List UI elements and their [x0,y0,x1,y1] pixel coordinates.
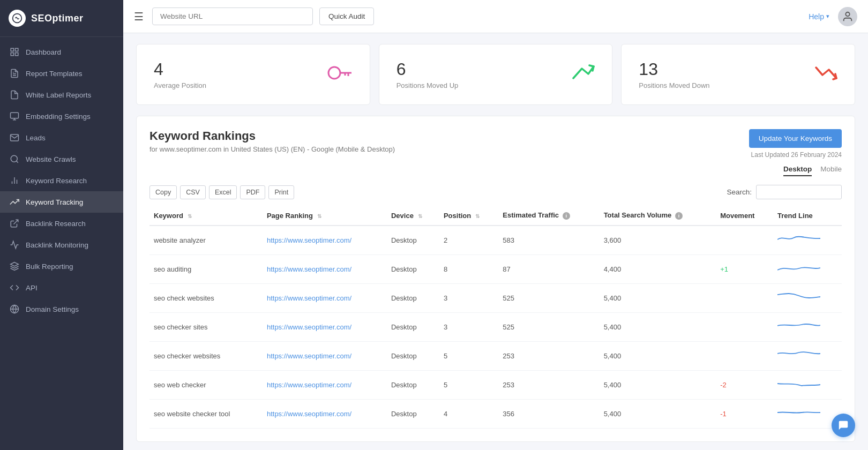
sidebar-item-white-label-reports[interactable]: White Label Reports [0,84,123,106]
col-page-ranking[interactable]: Page Ranking ⇅ [263,206,387,226]
cell-device: Desktop [387,226,439,255]
cell-movement [716,226,773,255]
col-device[interactable]: Device ⇅ [387,206,439,226]
sidebar-item-keyword-research[interactable]: Keyword Research [0,170,123,191]
toggle-mobile[interactable]: Mobile [820,165,842,176]
toggle-desktop[interactable]: Desktop [783,165,812,176]
cell-position: 4 [439,400,498,429]
volume-info-icon[interactable]: i [675,212,683,220]
url-input[interactable] [152,8,313,25]
export-bar: Copy CSV Excel PDF Print Search: [149,185,842,199]
cell-keyword: seo website checker tool [149,400,263,429]
cell-volume: 5,400 [600,371,716,400]
cell-page[interactable]: https://www.seoptimer.com/ [263,226,387,255]
svg-marker-16 [11,262,19,267]
sidebar-item-report-templates[interactable]: Report Templates [0,63,123,84]
cell-position: 8 [439,255,498,284]
cell-trend [773,255,842,284]
col-estimated-traffic[interactable]: Estimated Traffic i [498,206,599,226]
cell-device: Desktop [387,284,439,313]
cell-trend [773,371,842,400]
stat-label-positions-down: Positions Moved Down [639,81,709,89]
key-icon [327,65,353,84]
copy-button[interactable]: Copy [149,185,177,199]
cell-volume: 5,400 [600,400,716,429]
col-movement[interactable]: Movement [716,206,773,226]
cell-movement: +1 [716,255,773,284]
content-area: 4 Average Position 6 Positio [123,33,868,450]
cell-position: 3 [439,313,498,342]
cell-traffic: 356 [498,400,599,429]
sidebar-item-embedding-settings[interactable]: Embedding Settings [0,106,123,127]
menu-icon[interactable]: ☰ [134,10,144,23]
sidebar-label-domain-settings: Domain Settings [26,305,79,313]
stat-card-positions-down: 13 Positions Moved Down [621,44,855,105]
logo-icon [9,10,26,27]
arrow-down-icon [814,63,837,86]
cell-position: 2 [439,226,498,255]
sidebar-label-leads: Leads [26,134,46,142]
sidebar-label-backlink-monitoring: Backlink Monitoring [26,241,88,249]
sidebar-item-api[interactable]: API [0,277,123,298]
svg-rect-7 [11,112,19,118]
cell-page[interactable]: https://www.seoptimer.com/ [263,255,387,284]
user-avatar[interactable] [838,7,857,26]
traffic-info-icon[interactable]: i [563,212,570,220]
search-bar: Search: [727,185,842,199]
help-button[interactable]: Help ▾ [809,12,829,21]
csv-button[interactable]: CSV [180,185,206,199]
cell-volume: 4,400 [600,255,716,284]
quick-audit-button[interactable]: Quick Audit [319,8,374,25]
cell-page[interactable]: https://www.seoptimer.com/ [263,371,387,400]
cell-device: Desktop [387,371,439,400]
cell-page[interactable]: https://www.seoptimer.com/ [263,342,387,371]
chat-bubble[interactable] [832,414,855,437]
stat-label-positions-up: Positions Moved Up [396,81,459,89]
svg-rect-1 [11,48,13,51]
svg-point-20 [328,67,340,79]
cell-movement: -2 [716,371,773,400]
sidebar-item-backlink-monitoring[interactable]: Backlink Monitoring [0,234,123,256]
print-button[interactable]: Print [268,185,294,199]
excel-button[interactable]: Excel [209,185,237,199]
cell-traffic: 87 [498,255,599,284]
cell-movement [716,313,773,342]
cell-page[interactable]: https://www.seoptimer.com/ [263,284,387,313]
logo-text: SEOptimer [31,13,84,24]
sidebar-item-dashboard[interactable]: Dashboard [0,41,123,63]
cell-keyword: seo auditing [149,255,263,284]
sidebar-item-keyword-tracking[interactable]: Keyword Tracking [0,191,123,213]
sidebar-item-backlink-research[interactable]: Backlink Research [0,213,123,234]
svg-rect-4 [11,53,13,56]
table-row: seo web checker https://www.seoptimer.co… [149,371,842,400]
cell-position: 5 [439,342,498,371]
sidebar-label-api: API [26,284,38,292]
cell-page[interactable]: https://www.seoptimer.com/ [263,400,387,429]
col-keyword[interactable]: Keyword ⇅ [149,206,263,226]
table-row: seo website checker tool https://www.seo… [149,400,842,429]
cell-device: Desktop [387,313,439,342]
sidebar-item-leads[interactable]: Leads [0,127,123,148]
col-total-search-volume[interactable]: Total Search Volume i [600,206,716,226]
svg-rect-3 [16,53,18,56]
logo[interactable]: SEOptimer [0,0,123,37]
sidebar-label-white-label-reports: White Label Reports [26,91,91,99]
sidebar-item-website-crawls[interactable]: Website Crawls [0,148,123,170]
sidebar-item-bulk-reporting[interactable]: Bulk Reporting [0,256,123,277]
stat-card-positions-up: 6 Positions Moved Up [379,44,613,105]
main-area: ☰ Quick Audit Help ▾ 4 Average Po [123,0,868,450]
cell-device: Desktop [387,400,439,429]
rankings-header: Keyword Rankings for www.seoptimer.com i… [149,129,842,159]
sidebar-label-keyword-research: Keyword Research [26,177,87,185]
col-position[interactable]: Position ⇅ [439,206,498,226]
sidebar-label-embedding-settings: Embedding Settings [26,112,91,121]
search-label: Search: [727,188,752,196]
rankings-subtitle: for www.seoptimer.com in United States (… [149,145,395,153]
update-keywords-button[interactable]: Update Your Keywords [749,129,842,148]
cell-volume: 5,400 [600,342,716,371]
pdf-button[interactable]: PDF [240,185,265,199]
search-input[interactable] [756,185,842,199]
sidebar-item-domain-settings[interactable]: Domain Settings [0,298,123,320]
view-toggle: Desktop Mobile [149,165,842,176]
cell-page[interactable]: https://www.seoptimer.com/ [263,313,387,342]
